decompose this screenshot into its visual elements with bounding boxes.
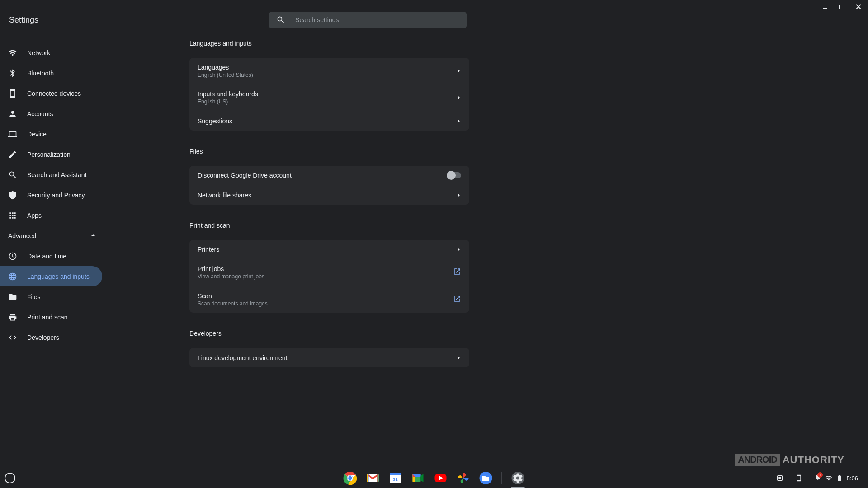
search-icon xyxy=(8,170,17,179)
sidebar-item-device[interactable]: Device xyxy=(0,124,102,144)
sidebar: Network Bluetooth Connected devices Acco… xyxy=(0,40,102,468)
row-linux-dev-env[interactable]: Linux development environment xyxy=(189,348,469,367)
shelf-app-meet[interactable] xyxy=(411,471,425,485)
row-suggestions[interactable]: Suggestions xyxy=(189,111,469,131)
shelf: 31 1 5:06 xyxy=(0,468,868,488)
battery-icon xyxy=(836,474,843,482)
sidebar-item-label: Network xyxy=(27,49,50,56)
row-scan[interactable]: Scan Scan documents and images xyxy=(189,286,469,313)
shelf-app-files[interactable] xyxy=(479,471,493,485)
sidebar-item-label: Connected devices xyxy=(27,90,81,97)
row-title: Printers xyxy=(198,246,219,253)
svg-rect-17 xyxy=(778,477,781,479)
chevron-right-icon xyxy=(457,354,461,362)
phone-icon xyxy=(8,89,17,98)
tray-phone-hub[interactable] xyxy=(792,472,806,484)
row-network-file-shares[interactable]: Network file shares xyxy=(189,185,469,205)
card-languages-inputs: Languages English (United States) Inputs… xyxy=(189,58,469,131)
sidebar-item-files[interactable]: Files xyxy=(0,286,102,307)
shelf-app-gmail[interactable] xyxy=(366,471,380,485)
shield-icon xyxy=(8,191,17,200)
wifi-icon xyxy=(8,48,17,57)
window-controls xyxy=(816,0,868,15)
sidebar-item-label: Accounts xyxy=(27,110,53,117)
notification-icon: 1 xyxy=(814,474,821,483)
tray-everything-button[interactable] xyxy=(773,472,787,484)
section-title-developers: Developers xyxy=(189,330,850,337)
bluetooth-icon xyxy=(8,69,17,78)
shelf-app-calendar[interactable]: 31 xyxy=(389,471,402,485)
chevron-right-icon xyxy=(457,117,461,125)
svg-rect-1 xyxy=(840,5,844,9)
watermark-badge: ANDROID xyxy=(735,454,779,466)
shelf-app-settings[interactable] xyxy=(511,471,525,485)
row-inputs-keyboards[interactable]: Inputs and keyboards English (US) xyxy=(189,84,469,111)
toggle-disconnect-drive[interactable] xyxy=(448,172,461,178)
sidebar-item-label: Security and Privacy xyxy=(27,192,85,199)
sidebar-item-label: Developers xyxy=(27,334,59,341)
person-icon xyxy=(8,109,17,118)
folder-icon xyxy=(8,292,17,301)
shelf-app-youtube[interactable] xyxy=(434,471,448,485)
section-title-files: Files xyxy=(189,148,850,155)
row-title: Print jobs xyxy=(198,265,264,272)
row-disconnect-drive[interactable]: Disconnect Google Drive account xyxy=(189,166,469,185)
section-title-languages-inputs: Languages and inputs xyxy=(189,40,850,47)
row-subtitle: Scan documents and images xyxy=(198,300,268,307)
sidebar-item-bluetooth[interactable]: Bluetooth xyxy=(0,63,102,83)
svg-point-6 xyxy=(348,475,353,481)
row-subtitle: English (United States) xyxy=(198,72,253,78)
sidebar-item-network[interactable]: Network xyxy=(0,42,102,63)
chevron-right-icon xyxy=(457,191,461,199)
tray-status-area[interactable]: 1 5:06 xyxy=(811,472,862,484)
sidebar-item-connected-devices[interactable]: Connected devices xyxy=(0,83,102,103)
launcher-button[interactable] xyxy=(5,473,15,483)
card-developers: Linux development environment xyxy=(189,348,469,367)
row-title: Inputs and keyboards xyxy=(198,90,258,98)
sidebar-item-date-time[interactable]: Date and time xyxy=(0,246,102,266)
search-input-wrapper[interactable] xyxy=(269,12,467,28)
sidebar-item-personalization[interactable]: Personalization xyxy=(0,144,102,164)
shelf-app-chrome[interactable] xyxy=(344,471,357,485)
clock-icon xyxy=(8,252,17,261)
sidebar-item-developers[interactable]: Developers xyxy=(0,327,102,347)
search-icon xyxy=(276,15,285,24)
sidebar-section-advanced[interactable]: Advanced xyxy=(0,225,102,246)
sidebar-item-label: Print and scan xyxy=(27,314,68,321)
sidebar-item-label: Bluetooth xyxy=(27,70,54,77)
search-input[interactable] xyxy=(295,16,459,23)
pencil-icon xyxy=(8,150,17,159)
row-subtitle: View and manage print jobs xyxy=(198,273,264,280)
sidebar-item-label: Languages and inputs xyxy=(27,273,90,280)
sidebar-item-security-privacy[interactable]: Security and Privacy xyxy=(0,185,102,205)
row-print-jobs[interactable]: Print jobs View and manage print jobs xyxy=(189,259,469,286)
row-languages[interactable]: Languages English (United States) xyxy=(189,58,469,84)
globe-icon xyxy=(8,272,17,281)
row-title: Network file shares xyxy=(198,192,251,199)
sidebar-item-languages-inputs[interactable]: Languages and inputs xyxy=(0,266,102,286)
sidebar-item-apps[interactable]: Apps xyxy=(0,205,102,225)
chevron-up-icon xyxy=(90,232,96,239)
row-title: Scan xyxy=(198,292,268,300)
sidebar-item-print-scan[interactable]: Print and scan xyxy=(0,307,102,327)
shelf-apps: 31 xyxy=(344,471,525,485)
row-printers[interactable]: Printers xyxy=(189,240,469,259)
sidebar-item-accounts[interactable]: Accounts xyxy=(0,103,102,124)
sidebar-section-label: Advanced xyxy=(8,232,36,239)
close-icon[interactable] xyxy=(855,4,862,12)
row-title: Languages xyxy=(198,64,253,71)
shelf-app-photos[interactable] xyxy=(457,471,470,485)
header: Settings xyxy=(0,0,868,40)
printer-icon xyxy=(8,313,17,322)
laptop-icon xyxy=(8,130,17,139)
row-title: Linux development environment xyxy=(198,354,287,361)
maximize-icon[interactable] xyxy=(839,4,845,12)
content-area: Languages and inputs Languages English (… xyxy=(102,40,868,468)
shelf-divider xyxy=(502,472,502,484)
page-title: Settings xyxy=(9,15,38,25)
row-subtitle: English (US) xyxy=(198,99,258,105)
minimize-icon[interactable] xyxy=(822,4,828,12)
sidebar-item-search-assistant[interactable]: Search and Assistant xyxy=(0,164,102,185)
watermark-text: AUTHORITY xyxy=(783,454,844,466)
sidebar-item-label: Search and Assistant xyxy=(27,171,87,178)
